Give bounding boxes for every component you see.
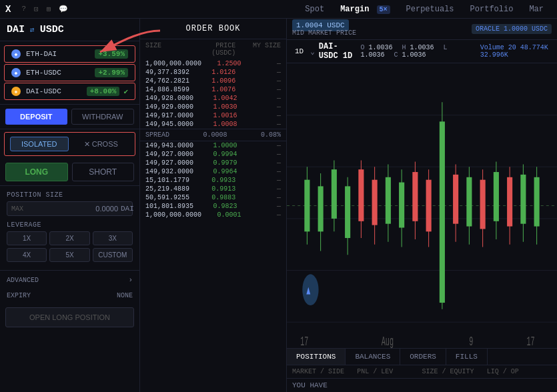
bid-row[interactable]: 149,943.0000 1.0000 — xyxy=(140,141,286,150)
ask-price: 1.0008 xyxy=(193,121,237,128)
bid-row[interactable]: 101,801.8935 0.9823 — xyxy=(140,202,286,211)
svg-text:Aug: Aug xyxy=(382,335,394,348)
leverage-custom[interactable]: CUSTOM xyxy=(93,248,133,262)
deposit-button[interactable]: DEPOSIT xyxy=(5,109,67,125)
leverage-label: LEVERAGE xyxy=(7,221,133,229)
bid-price: 0.9823 xyxy=(193,203,237,210)
bottom-table-header: MARKET / SIDE PNL / LEV SIZE / EQUITY LI… xyxy=(287,365,557,378)
tab-fills[interactable]: FILLS xyxy=(446,349,488,365)
ask-size: 24,762.2821 xyxy=(145,77,191,85)
leverage-1x[interactable]: 1X xyxy=(7,231,47,245)
bid-row[interactable]: 15,101.1779 0.9933 — xyxy=(140,176,286,185)
nav-spot[interactable]: Spot xyxy=(297,0,332,19)
price-sub-label: MID MARKET PRICE xyxy=(292,29,356,37)
nav-more[interactable]: Mar xyxy=(521,0,552,19)
ob-col-mysize: MY SIZE xyxy=(235,42,281,57)
dai-usdc-change: +8.00% xyxy=(87,87,120,96)
chart-symbol: DAI-USDC 1D xyxy=(319,42,357,61)
logo: X xyxy=(5,4,11,15)
price-badge: 1.0004 USDC MID MARKET PRICE xyxy=(292,21,356,37)
timeframe-chevron-icon[interactable]: ⌄ xyxy=(310,47,315,56)
cross-button[interactable]: ✕ CROSS xyxy=(73,137,130,151)
ask-row[interactable]: 149,929.0000 1.0030 — xyxy=(140,103,286,111)
help-icon[interactable]: ? xyxy=(21,5,26,13)
bid-mysize: — xyxy=(237,142,282,149)
svg-rect-21 xyxy=(399,183,404,228)
leverage-5x[interactable]: 5X xyxy=(49,248,89,262)
ask-size: 149,917.0000 xyxy=(145,112,193,119)
position-size-input[interactable] xyxy=(26,205,118,213)
ob-col-price: PRICE (USDC) xyxy=(191,42,236,57)
margin-badge: 5× xyxy=(377,5,390,14)
market-item-dai-usdc[interactable]: ◈ DAI-USDC +8.00% ✔ xyxy=(4,83,135,100)
expiry-label: EXPIRY xyxy=(7,292,31,299)
leverage-2x[interactable]: 2X xyxy=(49,231,89,245)
timeframe-1d[interactable]: 1D xyxy=(292,47,306,56)
svg-rect-35 xyxy=(494,172,499,221)
nav-perpetuals[interactable]: Perpetuals xyxy=(398,0,462,19)
ask-price: 1.0096 xyxy=(191,77,236,85)
chart-volume: Volume 20 48.774K 32.996K xyxy=(480,44,552,59)
ask-row[interactable]: 1,000,000.0000 1.2500 — xyxy=(140,59,286,68)
advanced-row[interactable]: ADVANCED › xyxy=(0,270,139,289)
candlestick-chart: 17 Aug 9 17 ▲ xyxy=(287,63,557,348)
isolated-button[interactable]: ISOLATED xyxy=(10,137,69,151)
bid-row[interactable]: 1,000,000.0000 0.0001 — xyxy=(140,211,286,219)
bid-mysize: — xyxy=(237,151,282,158)
bid-price: 0.9933 xyxy=(191,177,236,184)
chart-toolbar: 1D ⌄ DAI-USDC 1D O 1.0036 H 1.0036 L 1.0… xyxy=(287,40,557,63)
short-button[interactable]: SHORT xyxy=(72,163,135,181)
ask-price: 1.0126 xyxy=(191,69,236,76)
ask-row[interactable]: 149,917.0000 1.0016 — xyxy=(140,111,286,120)
svg-rect-37 xyxy=(507,177,512,227)
bid-row[interactable]: 25,219.4889 0.9913 — xyxy=(140,185,286,193)
open-long-button[interactable]: OPEN LONG POSITION xyxy=(5,307,134,327)
ask-size: 14,886.8599 xyxy=(145,86,191,93)
chart-canvas: 17 Aug 9 17 ▲ xyxy=(287,63,557,348)
ask-row[interactable]: 14,886.8599 1.0076 — xyxy=(140,85,286,94)
tab-positions[interactable]: POSITIONS xyxy=(287,349,346,365)
ask-row[interactable]: 24,762.2821 1.0096 — xyxy=(140,77,286,85)
ask-price: 1.0076 xyxy=(191,86,236,93)
col-market-side: MARKET / SIDE xyxy=(292,368,357,375)
ob-col-size: SIZE xyxy=(145,42,191,57)
nav-portfolio[interactable]: Portfolio xyxy=(462,0,522,19)
long-button[interactable]: LONG xyxy=(5,163,68,181)
ask-mysize: — xyxy=(237,112,282,119)
expiry-value: NONE xyxy=(117,292,133,299)
withdraw-button[interactable]: WITHDRAW xyxy=(71,109,135,125)
bid-row[interactable]: 50,591.9255 0.9883 — xyxy=(140,193,286,202)
market-item-eth-dai[interactable]: ◆ ETH-DAI +3.59% xyxy=(4,45,135,63)
svg-rect-23 xyxy=(412,172,418,221)
bid-size: 15,101.1779 xyxy=(145,177,191,184)
tab-balances[interactable]: BALANCES xyxy=(346,349,400,365)
bid-row[interactable]: 149,932.0000 0.9964 — xyxy=(140,167,286,176)
market-item-eth-usdc[interactable]: ◆ ETH-USDC +2.99% xyxy=(4,64,135,81)
bid-size: 50,591.9255 xyxy=(145,194,191,201)
pair-arrow[interactable]: ⇄ xyxy=(30,25,35,34)
leverage-3x[interactable]: 3X xyxy=(93,231,133,245)
tab-orders[interactable]: ORDERS xyxy=(400,349,446,365)
bid-size: 1,000,000.0000 xyxy=(145,211,201,219)
monitor-icon[interactable]: ⊡ xyxy=(34,5,39,13)
chat-icon[interactable]: 💬 xyxy=(59,5,68,13)
leverage-buttons-row2: 4X 5X CUSTOM xyxy=(7,248,133,262)
ask-row[interactable]: 149,945.0000 1.0008 — xyxy=(140,120,286,129)
svg-rect-29 xyxy=(453,175,458,224)
ask-price: 1.0030 xyxy=(193,103,237,111)
position-size-section: POSITION SIZE MAX DAI LEVERAGE 1X 2X 3X … xyxy=(0,186,139,270)
nav-margin[interactable]: Margin 5× xyxy=(332,0,398,19)
grid-icon[interactable]: ⊞ xyxy=(47,5,51,13)
ask-row[interactable]: 149,928.0000 1.0042 — xyxy=(140,94,286,103)
bid-row[interactable]: 149,927.0000 0.9979 — xyxy=(140,159,286,167)
bid-price: 0.0001 xyxy=(201,211,241,219)
bid-size: 149,927.0000 xyxy=(145,159,193,167)
leverage-4x[interactable]: 4X xyxy=(7,248,47,262)
ask-row[interactable]: 49,377.8392 1.0126 — xyxy=(140,68,286,77)
pair-quote: USDC xyxy=(40,24,64,35)
bid-row[interactable]: 149,927.0000 0.9994 — xyxy=(140,150,286,159)
left-panel: DAI ⇄ USDC ◆ ETH-DAI +3.59% ◆ ETH-USDC +… xyxy=(0,19,140,392)
ask-size: 149,929.0000 xyxy=(145,103,193,111)
selected-check-icon: ✔ xyxy=(123,87,128,96)
isolated-cross-selector: ISOLATED ✕ CROSS xyxy=(4,132,135,156)
